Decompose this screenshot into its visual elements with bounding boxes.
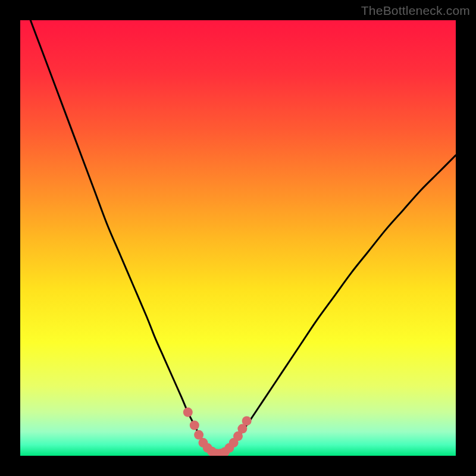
watermark-text: TheBottleneck.com [361, 4, 470, 18]
valley-dot [183, 408, 193, 417]
chart-frame: TheBottleneck.com [0, 0, 476, 476]
gradient-background [20, 20, 456, 456]
bottleneck-chart [20, 20, 456, 456]
valley-dot [190, 421, 199, 430]
valley-dot [242, 416, 252, 425]
plot-area [20, 20, 456, 456]
